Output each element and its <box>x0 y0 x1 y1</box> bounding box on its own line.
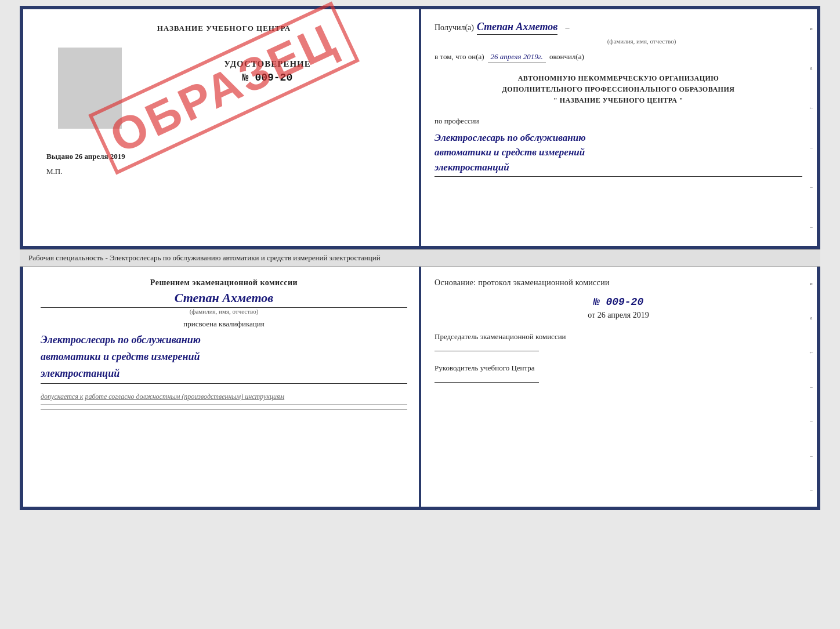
cert-title: УДОСТОВЕРЕНИЕ <box>224 59 311 69</box>
in-that-label: в том, что он(а) <box>435 52 484 61</box>
photo-placeholder <box>58 48 122 129</box>
org-line2: ДОПОЛНИТЕЛЬНОГО ПРОФЕССИОНАЛЬНОГО ОБРАЗО… <box>435 84 802 95</box>
finished-label: окончил(а) <box>549 52 584 61</box>
school-name-top: НАЗВАНИЕ УЧЕБНОГО ЦЕНТРА <box>157 24 291 33</box>
chairman-label: Председатель экаменационной комиссии <box>435 332 802 342</box>
org-block: АВТОНОМНУЮ НЕКОММЕРЧЕСКУЮ ОРГАНИЗАЦИЮ ДО… <box>435 73 802 107</box>
mp-line: М.П. <box>46 167 62 176</box>
profession-value: Электрослесарь по обслуживанию автоматик… <box>435 130 802 177</box>
org-line1: АВТОНОМНУЮ НЕКОММЕРЧЕСКУЮ ОРГАНИЗАЦИЮ <box>435 73 802 84</box>
from-label: от <box>588 311 595 319</box>
protocol-number: № 009-20 <box>435 296 802 308</box>
allowed-text: работе согласно должностным (производств… <box>85 392 284 401</box>
bottom-right-panel: Основание: протокол экаменационной комис… <box>420 267 817 507</box>
qualification-value: Электрослесарь по обслуживанию автоматик… <box>41 332 407 384</box>
received-name: Степан Ахметов <box>477 21 557 35</box>
issued-line: Выдано 26 апреля 2019 <box>46 152 125 161</box>
top-document: НАЗВАНИЕ УЧЕБНОГО ЦЕНТРА УДОСТОВЕРЕНИЕ №… <box>20 6 820 249</box>
profession-line2: автоматики и средств измерений <box>435 145 802 160</box>
separator-text: Рабочая специальность - Электрослесарь п… <box>20 249 820 267</box>
qual-line2: автоматики и средств измерений <box>41 348 407 365</box>
chairman-signature-line <box>435 351 539 351</box>
person-name-large: Степан Ахметов <box>41 290 407 308</box>
qual-line1: Электрослесарь по обслуживанию <box>41 332 407 348</box>
profession-label: по профессии <box>435 117 802 126</box>
document-container: НАЗВАНИЕ УЧЕБНОГО ЦЕНТРА УДОСТОВЕРЕНИЕ №… <box>20 6 820 510</box>
in-that-line: в том, что он(а) 26 апреля 2019г. окончи… <box>435 52 802 63</box>
cert-date: 26 апреля 2019г. <box>488 52 546 63</box>
allowed-line: допускается к работе согласно должностны… <box>41 392 407 405</box>
bottom-document: Решением экаменационной комиссии Степан … <box>20 267 820 510</box>
bottom-left-panel: Решением экаменационной комиссии Степан … <box>23 267 420 507</box>
chairman-block: Председатель экаменационной комиссии <box>435 332 802 351</box>
fio-label-bottom: (фамилия, имя, отчество) <box>41 308 407 315</box>
right-edge-marks: и а ← – – – <box>809 9 814 246</box>
org-line3: " НАЗВАНИЕ УЧЕБНОГО ЦЕНТРА " <box>435 95 802 106</box>
from-date-line: от 26 апреля 2019 <box>435 311 802 320</box>
cert-front-panel: НАЗВАНИЕ УЧЕБНОГО ЦЕНТРА УДОСТОВЕРЕНИЕ №… <box>23 9 420 246</box>
right-edge-marks2: и а ← – – – – <box>809 267 814 507</box>
allowed-prefix: допускается к <box>41 392 83 401</box>
received-line: Получил(а) Степан Ахметов – <box>435 21 802 35</box>
profession-line1: Электрослесарь по обслуживанию <box>435 130 802 146</box>
cert-number: № 009-20 <box>242 72 292 83</box>
profession-line3: электростанций <box>435 160 802 175</box>
received-label: Получил(а) <box>435 23 474 32</box>
basis-line: Основание: протокол экаменационной комис… <box>435 278 802 288</box>
director-signature-line <box>435 382 539 383</box>
qualification-label: присвоена квалификация <box>41 319 407 329</box>
qual-line3: электростанций <box>41 365 407 382</box>
director-label: Руководитель учебного Центра <box>435 363 802 373</box>
decision-line: Решением экаменационной комиссии <box>41 278 407 288</box>
fio-label-top: (фамилия, имя, отчество) <box>481 38 802 45</box>
from-date-value: 26 апреля 2019 <box>598 311 649 319</box>
cert-back-panel: Получил(а) Степан Ахметов – (фамилия, им… <box>420 9 817 246</box>
